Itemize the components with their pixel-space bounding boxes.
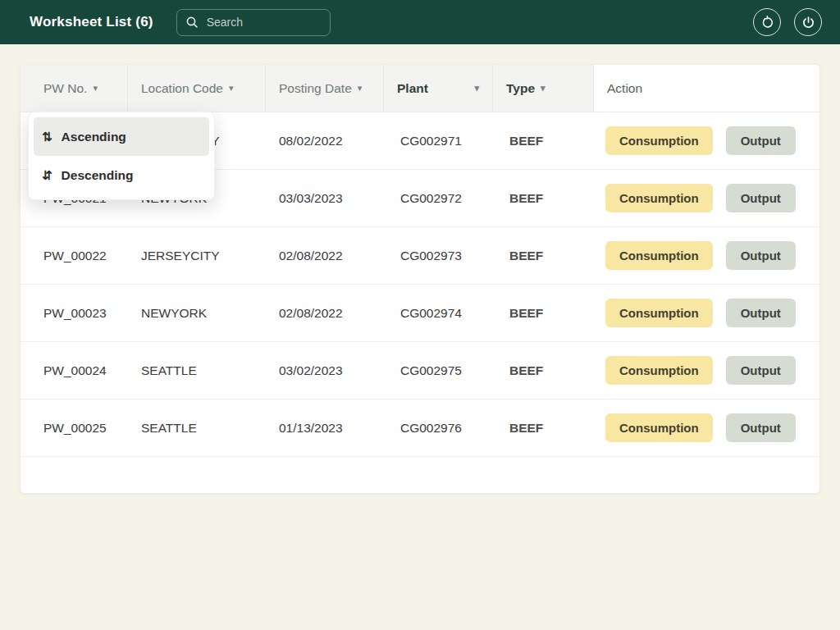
search-input[interactable] bbox=[205, 15, 322, 30]
power-button[interactable] bbox=[794, 8, 822, 36]
sort-menu-item-ascending[interactable]: ⇅ Ascending bbox=[34, 117, 209, 156]
sort-menu-item-descending[interactable]: ⇵ Descending bbox=[34, 156, 209, 194]
cell-location-code: SEATTLE bbox=[128, 363, 266, 378]
cell-location-code: SEATTLE bbox=[128, 421, 266, 436]
table-header-row: PW No. ▾ Location Code ▾ Posting Date ▾ … bbox=[21, 65, 819, 112]
cell-action: Consumption Output bbox=[594, 413, 819, 442]
topbar-actions bbox=[753, 8, 822, 36]
column-header-label: PW No. bbox=[43, 81, 87, 96]
cell-posting-date: 02/08/2022 bbox=[266, 249, 384, 263]
consumption-button[interactable]: Consumption bbox=[605, 356, 713, 385]
search-box[interactable] bbox=[176, 9, 331, 36]
cell-posting-date: 03/02/2023 bbox=[266, 363, 384, 378]
chevron-down-icon: ▾ bbox=[358, 84, 363, 93]
output-button[interactable]: Output bbox=[726, 299, 796, 327]
refresh-button[interactable] bbox=[753, 8, 781, 36]
column-header-label: Type bbox=[506, 81, 535, 96]
cell-plant: CG002972 bbox=[384, 191, 493, 206]
table-row: PW_00022 JERSEYCITY 02/08/2022 CG002973 … bbox=[21, 227, 819, 285]
cell-posting-date: 01/13/2023 bbox=[266, 421, 384, 436]
worksheet-table-card: PW No. ▾ Location Code ▾ Posting Date ▾ … bbox=[20, 64, 820, 494]
chevron-down-icon: ▾ bbox=[229, 84, 234, 93]
output-button[interactable]: Output bbox=[726, 241, 796, 270]
cell-location-code: NEWYORK bbox=[128, 306, 266, 321]
power-icon bbox=[801, 16, 815, 30]
chevron-down-icon: ▾ bbox=[93, 84, 98, 93]
table-footer-spacer bbox=[21, 457, 819, 493]
cell-plant: CG002976 bbox=[384, 421, 493, 436]
sort-ascending-icon: ⇅ bbox=[42, 130, 52, 143]
cell-plant: CG002973 bbox=[384, 249, 493, 263]
cell-pw-no: PW_00022 bbox=[21, 249, 128, 263]
consumption-button[interactable]: Consumption bbox=[605, 241, 713, 270]
output-button[interactable]: Output bbox=[726, 184, 796, 212]
consumption-button[interactable]: Consumption bbox=[605, 299, 713, 327]
column-header-label: Plant bbox=[397, 81, 428, 96]
column-header-location-code[interactable]: Location Code ▾ bbox=[128, 65, 266, 112]
consumption-button[interactable]: Consumption bbox=[605, 413, 713, 442]
refresh-icon bbox=[760, 16, 774, 30]
column-header-label: Action bbox=[607, 81, 642, 96]
page-title: Worksheet List (6) bbox=[30, 14, 153, 30]
cell-posting-date: 02/08/2022 bbox=[266, 306, 384, 321]
cell-plant: CG002974 bbox=[384, 306, 493, 321]
chevron-down-icon: ▾ bbox=[541, 84, 546, 93]
cell-type: BEEF bbox=[493, 134, 594, 148]
column-header-pw-no[interactable]: PW No. ▾ bbox=[21, 65, 128, 112]
cell-type: BEEF bbox=[493, 363, 594, 378]
column-header-plant[interactable]: Plant ▾ bbox=[384, 65, 493, 112]
topbar: Worksheet List (6) bbox=[0, 0, 840, 44]
cell-action: Consumption Output bbox=[594, 184, 819, 212]
column-header-type[interactable]: Type ▾ bbox=[493, 65, 594, 112]
cell-action: Consumption Output bbox=[594, 356, 819, 385]
cell-pw-no: PW_00025 bbox=[21, 421, 128, 436]
cell-plant: CG002975 bbox=[384, 363, 493, 378]
output-button[interactable]: Output bbox=[726, 126, 796, 155]
cell-type: BEEF bbox=[493, 191, 594, 206]
sort-descending-icon: ⇵ bbox=[42, 169, 52, 181]
table-row: PW_00025 SEATTLE 01/13/2023 CG002976 BEE… bbox=[21, 399, 819, 457]
column-header-action: Action bbox=[594, 65, 819, 112]
column-header-label: Posting Date bbox=[279, 81, 352, 96]
consumption-button[interactable]: Consumption bbox=[605, 184, 713, 212]
column-header-posting-date[interactable]: Posting Date ▾ bbox=[266, 65, 384, 112]
cell-action: Consumption Output bbox=[594, 299, 819, 327]
table-row: PW_00023 NEWYORK 02/08/2022 CG002974 BEE… bbox=[21, 285, 819, 342]
table-row: PW_00024 SEATTLE 03/02/2023 CG002975 BEE… bbox=[21, 342, 819, 399]
search-icon bbox=[185, 16, 199, 29]
cell-pw-no: PW_00024 bbox=[21, 363, 128, 378]
cell-type: BEEF bbox=[493, 306, 594, 321]
output-button[interactable]: Output bbox=[726, 356, 796, 385]
cell-posting-date: 08/02/2022 bbox=[266, 134, 384, 148]
column-header-label: Location Code bbox=[141, 81, 223, 96]
cell-type: BEEF bbox=[493, 421, 594, 436]
cell-type: BEEF bbox=[493, 249, 594, 263]
sort-menu-item-label: Ascending bbox=[62, 130, 126, 144]
chevron-down-icon: ▾ bbox=[474, 84, 479, 93]
cell-pw-no: PW_00023 bbox=[21, 306, 128, 321]
cell-location-code: JERSEYCITY bbox=[128, 249, 266, 263]
cell-plant: CG002971 bbox=[384, 134, 493, 148]
cell-posting-date: 03/03/2023 bbox=[266, 191, 384, 206]
cell-action: Consumption Output bbox=[594, 241, 819, 270]
sort-menu: ⇅ Ascending ⇵ Descending bbox=[28, 112, 215, 200]
cell-action: Consumption Output bbox=[594, 126, 819, 155]
consumption-button[interactable]: Consumption bbox=[605, 126, 713, 155]
sort-menu-item-label: Descending bbox=[62, 168, 134, 183]
output-button[interactable]: Output bbox=[726, 413, 796, 442]
